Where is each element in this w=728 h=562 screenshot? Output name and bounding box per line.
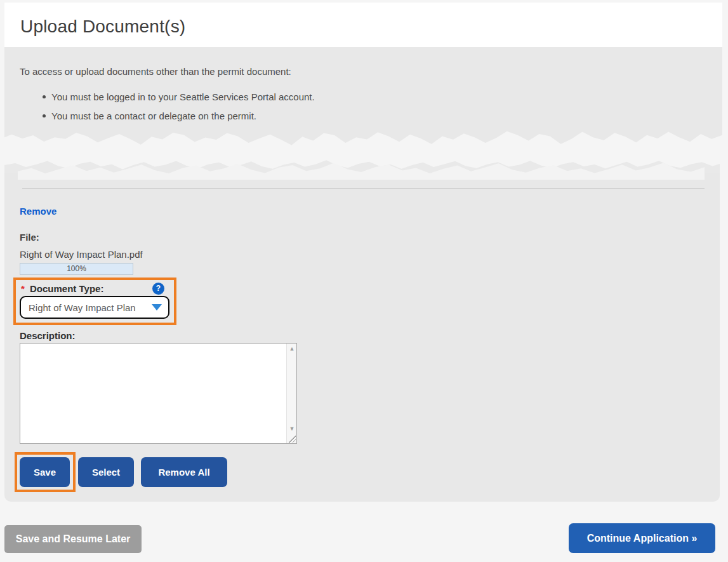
instruction-bullet-text: You must be a contact or delegate on the… [51, 110, 256, 121]
scrollbar[interactable]: ▲ ▼ [286, 344, 296, 443]
continue-application-button[interactable]: Continue Application » [569, 523, 715, 553]
save-and-resume-later-button[interactable]: Save and Resume Later [4, 525, 142, 553]
bullet-icon [43, 114, 46, 117]
page-header: Upload Document(s) [4, 3, 722, 47]
remove-link[interactable]: Remove [20, 206, 56, 217]
description-textarea[interactable]: ▲ ▼ [20, 343, 297, 444]
upload-form-panel [4, 173, 720, 502]
file-name: Right of Way Impact Plan.pdf [20, 249, 143, 260]
torn-edge-top [4, 125, 722, 147]
remove-all-button[interactable]: Remove All [141, 457, 227, 487]
instruction-bullet-text: You must be logged in to your Seattle Se… [51, 91, 315, 102]
description-label: Description: [20, 330, 76, 341]
document-type-select[interactable]: Right of Way Impact Plan [20, 296, 169, 319]
save-button[interactable]: Save [20, 457, 70, 487]
required-asterisk: * [21, 283, 25, 294]
divider [22, 188, 705, 189]
dropdown-arrow-icon [152, 304, 162, 311]
document-type-selected-value: Right of Way Impact Plan [29, 302, 148, 313]
select-button[interactable]: Select [78, 457, 134, 487]
instructions-intro: To access or upload documents other than… [20, 66, 291, 77]
scroll-up-icon[interactable]: ▲ [287, 345, 297, 352]
instruction-bullet-item: You must be logged in to your Seattle Se… [51, 91, 315, 102]
upload-progress-bar: 100% [20, 263, 133, 275]
document-type-label: Document Type: [30, 283, 103, 294]
page-title: Upload Document(s) [20, 17, 185, 37]
instruction-bullet-item: You must be a contact or delegate on the… [51, 110, 256, 121]
upload-progress-value: 100% [67, 264, 86, 273]
file-label: File: [20, 232, 39, 243]
bullet-icon [43, 95, 46, 98]
scroll-down-icon[interactable]: ▼ [287, 425, 297, 432]
help-icon[interactable]: ? [152, 283, 164, 295]
